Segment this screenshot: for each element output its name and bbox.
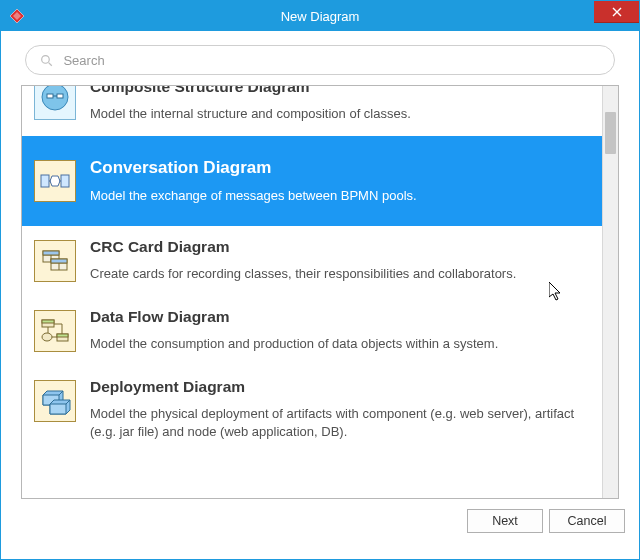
next-button[interactable]: Next (467, 509, 543, 533)
svg-rect-24 (57, 334, 68, 337)
item-desc: Model the internal structure and composi… (90, 105, 590, 123)
search-icon (40, 53, 53, 67)
composite-icon (34, 86, 76, 120)
svg-marker-30 (50, 404, 66, 414)
svg-rect-8 (41, 175, 49, 187)
item-title: Data Flow Diagram (90, 308, 590, 327)
list-item[interactable]: Conversation Diagram Model the exchange … (22, 136, 602, 226)
svg-rect-9 (61, 175, 69, 187)
list-item[interactable]: Data Flow Diagram Model the consumption … (22, 296, 602, 366)
search-row (1, 31, 639, 85)
item-title: Conversation Diagram (90, 158, 590, 178)
list-item[interactable]: Deployment Diagram Model the physical de… (22, 366, 602, 454)
app-icon (9, 8, 25, 24)
search-input[interactable] (61, 52, 600, 69)
item-desc: Model the exchange of messages between B… (90, 187, 590, 205)
deployment-icon (34, 380, 76, 422)
svg-point-25 (42, 333, 52, 341)
svg-rect-22 (42, 320, 54, 323)
close-button[interactable] (594, 1, 639, 23)
svg-rect-5 (47, 94, 53, 98)
item-title: CRC Card Diagram (90, 238, 590, 257)
list-item[interactable]: Composite Structure Diagram Model the in… (22, 86, 602, 136)
dfd-icon (34, 310, 76, 352)
svg-point-4 (42, 86, 68, 110)
conversation-icon (34, 160, 76, 202)
svg-rect-19 (43, 251, 59, 255)
item-desc: Model the physical deployment of artifac… (90, 405, 590, 440)
dialog-body: Composite Structure Diagram Model the in… (1, 31, 639, 559)
footer: Next Cancel (1, 499, 639, 543)
item-title: Deployment Diagram (90, 378, 590, 397)
svg-rect-20 (51, 259, 67, 263)
item-desc: Create cards for recording classes, thei… (90, 265, 590, 283)
search-box[interactable] (25, 45, 615, 75)
svg-line-3 (49, 62, 52, 65)
crc-icon (34, 240, 76, 282)
list-item[interactable]: CRC Card Diagram Create cards for record… (22, 226, 602, 296)
item-title: Composite Structure Diagram (90, 86, 590, 97)
titlebar: New Diagram (1, 1, 639, 31)
svg-rect-6 (57, 94, 63, 98)
scroll-thumb[interactable] (605, 112, 616, 154)
cancel-button[interactable]: Cancel (549, 509, 625, 533)
diagram-list-viewport: Composite Structure Diagram Model the in… (22, 86, 602, 498)
scrollbar[interactable] (602, 86, 618, 498)
diagram-list: Composite Structure Diagram Model the in… (21, 85, 619, 499)
svg-marker-10 (50, 176, 60, 186)
svg-point-2 (42, 55, 50, 63)
window-title: New Diagram (281, 9, 360, 24)
dialog-window: New Diagram (0, 0, 640, 560)
item-desc: Model the consumption and production of … (90, 335, 590, 353)
